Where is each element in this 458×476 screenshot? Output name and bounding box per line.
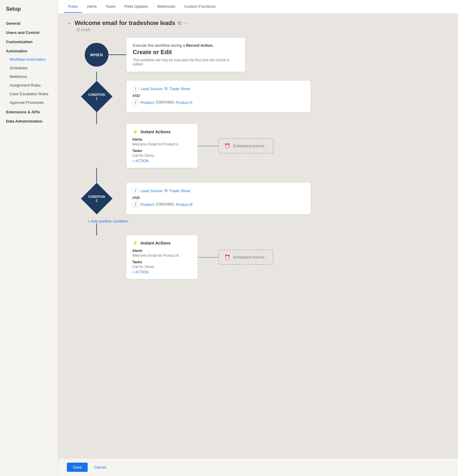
condition2-diamond-wrap: CONDITION2 — [85, 187, 108, 210]
condition2-val2: Product B — [176, 202, 193, 207]
condition2-field2: Product — [141, 202, 154, 207]
sidebar-item-webforms[interactable]: Webforms — [0, 72, 58, 81]
condition2-num1: 1 — [132, 187, 139, 194]
sidebar-section-users-control[interactable]: Users and Control — [0, 27, 58, 37]
workflow-canvas: WHEN Execute this workflow during a Reco… — [67, 38, 449, 279]
add-action2-button[interactable]: + ACTION — [132, 270, 192, 274]
when-card-sub: This workflow will only be executed the … — [133, 58, 239, 66]
condition1-op2: CONTAINS — [156, 100, 174, 104]
condition2-and: AND — [132, 196, 305, 200]
vline-1 — [96, 72, 97, 81]
sidebar-section-extensions-apis[interactable]: Extensions & APIs — [0, 107, 58, 116]
instant-actions2-card: ⚡ Instant Actions Alerts Welcome Email f… — [126, 235, 198, 279]
content-area: ← Welcome email for tradeshow leads ⧉ ··… — [58, 14, 458, 458]
instant-actions1-card: ⚡ Instant Actions Alerts Welcome Email f… — [126, 124, 198, 168]
condition2-val1: Trade Show — [169, 189, 190, 193]
lightning-icon-1: ⚡ — [132, 129, 138, 134]
clone-icon[interactable]: ⧉ — [178, 21, 181, 26]
instant-actions2-tasks-label: Tasks — [132, 260, 192, 264]
condition1-field2: Product — [141, 100, 154, 105]
when-card-title: Create or Edit — [133, 49, 239, 56]
instant-actions1-tasks-label: Tasks — [132, 149, 192, 153]
scheduled-icon-1: ⏰ — [224, 143, 230, 149]
condition1-and: AND — [132, 94, 305, 98]
save-button[interactable]: Save — [67, 463, 88, 472]
scheduled-actions1-label: Scheduled Actions — [233, 144, 265, 148]
instant-actions1-header: ⚡ Instant Actions — [132, 129, 192, 134]
sidebar-item-workflow-automation[interactable]: Workflow Automation — [0, 55, 58, 64]
when-node[interactable]: WHEN — [85, 43, 108, 67]
tab-field-updates[interactable]: Field Updates — [120, 1, 152, 13]
sidebar-item-schedules[interactable]: Schedules — [0, 64, 58, 72]
back-button[interactable]: ← — [67, 21, 72, 26]
condition2-row: CONDITION2 1 Lead Source IS Trade Show A… — [85, 183, 311, 214]
page-header-icons: ⧉ ··· — [178, 21, 187, 26]
when-node-row: WHEN Execute this workflow during a Reco… — [85, 38, 245, 72]
condition2-op1: IS — [164, 189, 168, 193]
condition2-label: CONDITION2 — [88, 195, 105, 202]
tab-custom-functions[interactable]: Custom Functions — [180, 1, 220, 13]
condition1-num1: 1 — [132, 85, 139, 92]
more-options-icon[interactable]: ··· — [183, 21, 187, 26]
scheduled-actions1-card[interactable]: ⏰ Scheduled Actions — [218, 138, 273, 154]
bottom-bar: Save Cancel — [58, 458, 458, 476]
condition2-field1: Lead Source — [141, 189, 163, 193]
condition1-row1: 1 Lead Source IS Trade Show — [132, 85, 305, 92]
condition1-row2: 2 Product CONTAINS Product A — [132, 99, 305, 106]
sidebar-section-automation[interactable]: Automation — [0, 46, 58, 55]
add-action1-button[interactable]: + ACTION — [132, 159, 192, 163]
instant-actions2-header: ⚡ Instant Actions — [132, 240, 192, 246]
condition2-num2: 2 — [132, 201, 139, 208]
page-header: ← Welcome email for tradeshow leads ⧉ ··… — [67, 20, 449, 26]
sidebar-section-data-administration[interactable]: Data Administration — [0, 116, 58, 125]
actions1-connector — [198, 146, 218, 146]
cancel-button[interactable]: Cancel — [91, 463, 109, 472]
condition1-field1: Lead Source — [141, 87, 163, 91]
actions2-connector — [198, 257, 218, 258]
sidebar-item-approval-processes[interactable]: Approval Processes — [0, 98, 58, 107]
condition2-diamond[interactable]: CONDITION2 — [81, 183, 112, 214]
page-title: Welcome email for tradeshow leads — [75, 20, 175, 26]
tab-tasks[interactable]: Tasks — [101, 1, 119, 13]
vline-3 — [96, 168, 97, 183]
scheduled-actions2-card[interactable]: ⏰ Scheduled Actions — [218, 250, 273, 265]
instant-actions1-alerts-value: Welcome Email for Product A — [132, 142, 192, 146]
condition1-label: CONDITION1 — [88, 93, 105, 100]
instant-actions1-tasks-value: Call for Demo — [132, 154, 192, 158]
condition1-diamond-wrap: CONDITION1 — [85, 84, 108, 108]
add-condition-button[interactable]: + Add another condition — [88, 219, 128, 223]
instant-actions2-alerts-label: Alerts — [132, 249, 192, 253]
tab-alerts[interactable]: Alerts — [83, 1, 101, 13]
scheduled-actions2-label: Scheduled Actions — [233, 255, 265, 259]
sidebar-item-case-escalation[interactable]: Case Escalation Rules — [0, 90, 58, 98]
tabs-bar: Rules Alerts Tasks Field Updates Webhook… — [58, 0, 458, 14]
sidebar-title: Setup — [0, 6, 58, 18]
vline-4 — [96, 223, 97, 235]
condition1-num2: 2 — [132, 99, 139, 106]
condition1-op1: IS — [164, 87, 168, 91]
actions1-row: ⚡ Instant Actions Alerts Welcome Email f… — [126, 124, 273, 168]
condition1-diamond[interactable]: CONDITION1 — [81, 81, 112, 112]
tab-rules[interactable]: Rules — [64, 1, 82, 13]
actions2-row: ⚡ Instant Actions Alerts Welcome Email f… — [126, 235, 273, 279]
when-connector — [108, 54, 126, 55]
when-card[interactable]: Execute this workflow during a Record Ac… — [126, 38, 245, 72]
when-card-top: Execute this workflow during a Record Ac… — [133, 43, 239, 48]
tab-webhooks[interactable]: Webhooks — [153, 1, 180, 13]
instant-actions2-alerts-value: Welcome Email for Product B — [132, 253, 192, 258]
sidebar-section-general[interactable]: General — [0, 18, 58, 27]
instant-actions1-alerts-label: Alerts — [132, 137, 192, 142]
main-panel: Rules Alerts Tasks Field Updates Webhook… — [58, 0, 458, 476]
sidebar: Setup General Users and Control Customiz… — [0, 0, 58, 476]
sidebar-section-customization[interactable]: Customization — [0, 37, 58, 46]
condition1-row: CONDITION1 1 Lead Source IS Trade Show A… — [85, 81, 311, 112]
page-subtitle: @ Leads — [76, 28, 449, 32]
condition1-card[interactable]: 1 Lead Source IS Trade Show AND 2 Produc… — [126, 81, 311, 112]
condition1-val1: Trade Show — [169, 87, 190, 91]
condition1-val2: Product A — [176, 100, 192, 105]
condition2-op2: CONTAINS — [156, 202, 174, 206]
condition2-row2: 2 Product CONTAINS Product B — [132, 201, 305, 208]
sidebar-item-assignment-rules[interactable]: Assignment Rules — [0, 81, 58, 90]
scheduled-icon-2: ⏰ — [224, 254, 230, 260]
condition2-card[interactable]: 1 Lead Source IS Trade Show AND 2 Produc… — [126, 183, 311, 214]
